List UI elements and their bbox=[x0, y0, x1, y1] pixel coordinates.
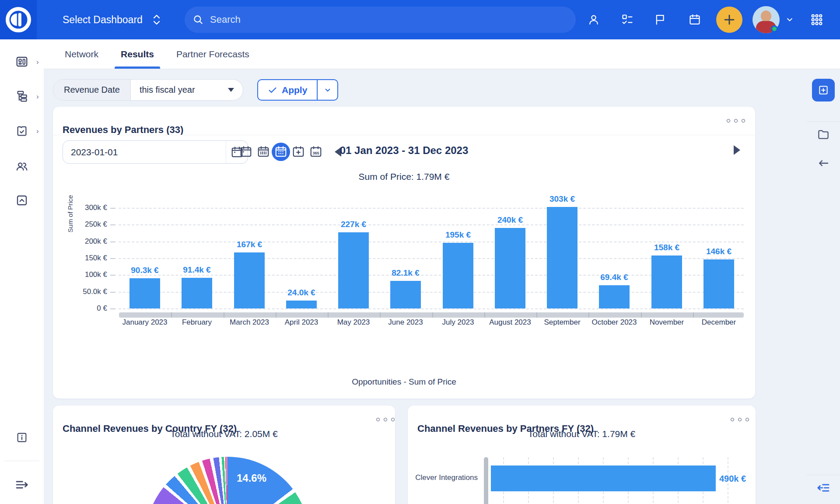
chart-scrollbar-thumb[interactable] bbox=[484, 457, 488, 504]
x-axis-strip[interactable] bbox=[119, 312, 744, 318]
date-filter: Revenue Date this fiscal year bbox=[53, 79, 243, 101]
chart-bar[interactable] bbox=[651, 256, 682, 308]
chart-bar[interactable] bbox=[443, 243, 473, 308]
right-rail-divider bbox=[807, 475, 840, 475]
online-status-dot bbox=[771, 25, 778, 32]
search-input[interactable] bbox=[209, 14, 576, 26]
chevron-down-icon bbox=[785, 15, 794, 24]
card-header-divider bbox=[53, 135, 755, 135]
x-tick-label: March 2023 bbox=[221, 318, 278, 327]
bar-value-label: 240k € bbox=[480, 215, 541, 225]
chart-bar[interactable] bbox=[182, 278, 212, 308]
task-list-icon bbox=[621, 14, 634, 26]
bar-value-label: 91.4k € bbox=[166, 265, 228, 275]
avatar-face bbox=[761, 10, 771, 22]
chart-footer-label: Opportunities - Sum of Price bbox=[53, 377, 755, 387]
org-tree-icon bbox=[15, 90, 28, 103]
chart-bar[interactable] bbox=[390, 281, 421, 308]
x-axis-strip-divider bbox=[484, 312, 485, 318]
y-tick-label: 300k € bbox=[53, 203, 107, 212]
apply-options-button[interactable] bbox=[318, 79, 338, 101]
box-chevron-up-icon bbox=[15, 194, 28, 207]
chart-bar[interactable] bbox=[547, 207, 578, 308]
check-icon bbox=[268, 85, 277, 95]
dashboard-folder-button[interactable] bbox=[815, 126, 832, 143]
page-tabs: Network Results Partner Forecasts bbox=[44, 39, 840, 69]
chart-bar[interactable] bbox=[338, 232, 369, 308]
sidebar-item-partners[interactable] bbox=[0, 160, 44, 173]
contacts-button[interactable] bbox=[585, 11, 602, 28]
y-tick bbox=[110, 224, 116, 225]
left-sidebar: › › › bbox=[0, 39, 44, 504]
dashboard-icon bbox=[15, 55, 28, 68]
chart-bar[interactable] bbox=[234, 252, 265, 308]
collapse-panel-button[interactable] bbox=[815, 479, 832, 497]
expand-sidebar-button[interactable] bbox=[0, 477, 44, 493]
tab-results[interactable]: Results bbox=[118, 39, 157, 69]
y-tick bbox=[110, 308, 116, 309]
chart-bar[interactable] bbox=[286, 301, 317, 308]
y-tick-label: 150k € bbox=[53, 254, 107, 262]
x-axis-strip-divider bbox=[536, 312, 537, 318]
chart-subtitle: Sum of Price: 1.79M € bbox=[53, 172, 755, 182]
sidebar-item-info[interactable] bbox=[0, 431, 44, 444]
sidebar-item-exports[interactable] bbox=[0, 194, 44, 207]
tab-partner-forecasts[interactable]: Partner Forecasts bbox=[174, 39, 252, 69]
x-tick-label: July 2023 bbox=[430, 318, 486, 327]
chevron-right-icon[interactable]: › bbox=[36, 92, 39, 101]
chevron-right-icon[interactable]: › bbox=[36, 58, 39, 66]
x-tick-label: October 2023 bbox=[586, 318, 643, 327]
add-widget-button[interactable] bbox=[812, 79, 835, 102]
dashboard-selector-label: Select Dashboard bbox=[63, 14, 143, 26]
chart-bar[interactable] bbox=[599, 285, 630, 308]
y-tick bbox=[110, 258, 116, 259]
app-logo[interactable] bbox=[0, 0, 37, 39]
topbar: Select Dashboard bbox=[0, 0, 840, 39]
bar-value-label: 69.4k € bbox=[584, 273, 645, 282]
bar-value-label: 146k € bbox=[688, 247, 749, 256]
person-icon bbox=[588, 14, 600, 26]
right-rail-divider bbox=[807, 121, 840, 122]
quick-add-button[interactable] bbox=[716, 7, 742, 33]
bar-value-label: 167k € bbox=[219, 240, 280, 249]
profile-menu-chevron[interactable] bbox=[782, 11, 797, 28]
flags-button[interactable] bbox=[651, 11, 669, 28]
users-icon bbox=[15, 160, 28, 173]
search-icon bbox=[192, 14, 204, 25]
tab-network[interactable]: Network bbox=[62, 39, 101, 69]
bar-value-label: 24.0k € bbox=[271, 288, 332, 298]
card-menu-button[interactable] bbox=[727, 119, 745, 122]
x-axis-strip-divider bbox=[276, 312, 276, 318]
filter-field-label[interactable]: Revenue Date bbox=[53, 80, 131, 100]
x-tick-label: September bbox=[534, 318, 591, 327]
hbar-category-label: Clever Integrations bbox=[408, 473, 478, 482]
gridline bbox=[119, 242, 744, 242]
revenues-by-partners-card: Revenues by Partners (33) 2023-01-01 bbox=[53, 107, 755, 399]
chart-bar[interactable] bbox=[495, 228, 525, 308]
gridline bbox=[119, 208, 744, 209]
hbar-clever-integrations[interactable] bbox=[491, 466, 716, 491]
y-tick-label: 0 € bbox=[53, 304, 107, 313]
calendar-icon bbox=[689, 14, 701, 26]
x-tick-label: April 2023 bbox=[273, 318, 330, 327]
calendar-button[interactable] bbox=[686, 11, 704, 28]
apply-button[interactable]: Apply bbox=[257, 79, 318, 101]
back-button[interactable] bbox=[815, 154, 832, 172]
card-menu-button[interactable] bbox=[376, 418, 395, 421]
channel-revenues-by-country-card: Channel Revenues by Country FY (32) Tota… bbox=[53, 406, 395, 504]
x-axis-strip-divider bbox=[432, 312, 433, 318]
card-menu-button[interactable] bbox=[731, 418, 749, 421]
chart-bar[interactable] bbox=[704, 259, 734, 308]
channel-revenues-by-partners-card: Channel Revenues by Partners FY (32) Tot… bbox=[408, 406, 756, 504]
filter-value-select[interactable]: this fiscal year bbox=[131, 80, 243, 100]
chevron-right-icon[interactable]: › bbox=[36, 127, 39, 136]
chart-bar[interactable] bbox=[130, 278, 160, 308]
app: Select Dashboard bbox=[0, 0, 840, 504]
tasks-button[interactable] bbox=[619, 11, 636, 28]
apps-grid-button[interactable] bbox=[808, 11, 826, 28]
search-bar[interactable] bbox=[185, 7, 576, 33]
logo-icon bbox=[4, 5, 33, 34]
expand-arrow-icon bbox=[14, 477, 29, 492]
x-tick-label: January 2023 bbox=[116, 318, 173, 327]
dashboard-selector[interactable]: Select Dashboard bbox=[63, 0, 161, 39]
